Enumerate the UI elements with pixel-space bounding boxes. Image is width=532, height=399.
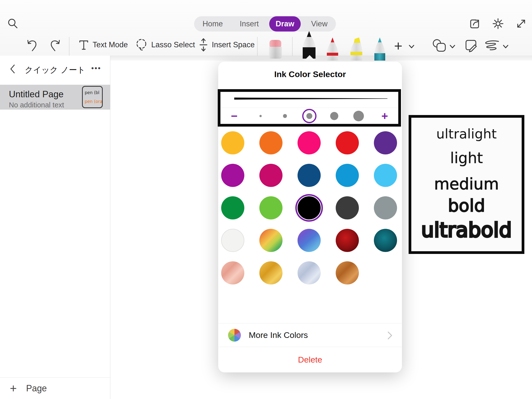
page-thumbnail: pen (bl pen (ora [82,86,103,108]
add-pen-chevron-down-icon[interactable] [408,44,415,49]
color-swatch-red-lava[interactable] [336,229,359,252]
thumbnail-ink-line-orange: pen (ora [85,97,102,106]
handwriting-sample-light: light [411,149,522,166]
divider [221,108,398,108]
undo-icon[interactable] [26,38,39,53]
stroke-preview [234,96,387,101]
color-swatch-raspberry[interactable] [259,164,283,187]
text-mode-label: Text Mode [93,40,128,49]
color-swatch-violet[interactable] [221,164,244,187]
text-mode-icon [78,39,89,51]
handwriting-sample-ultrabold: ultrabold [411,218,522,242]
color-swatch-black[interactable] [298,196,321,219]
thumbnail-ink-line-black: pen (bl [85,88,102,97]
handwriting-sample-bold: bold [411,196,522,216]
toolbar-divider [69,37,69,56]
color-swatch-ocean-teal[interactable] [374,229,397,252]
color-swatch-lime-green[interactable] [259,196,283,219]
add-pen-button[interactable]: + [394,37,402,54]
more-ink-colors-button[interactable]: More Ink Colors [218,323,402,347]
insert-space-icon [199,38,208,52]
color-swatch-amber[interactable] [221,131,244,154]
color-swatch-pink[interactable] [298,131,321,154]
handwriting-sample-ultralight: ultralight [411,126,522,142]
shapes-chevron-down-icon[interactable] [449,44,456,49]
add-page-button[interactable]: + Page [0,377,110,399]
thickness-dot-1[interactable] [260,115,262,117]
color-swatch-rose-gold[interactable] [221,261,244,284]
thickness-decrease-button[interactable]: − [231,110,238,122]
color-swatch-green[interactable] [221,196,244,219]
lasso-select-label: Lasso Select [151,40,195,49]
shapes-icon[interactable] [432,38,447,53]
page-title: Untitled Page [9,89,64,100]
thickness-selector-annotation-box: −+ [218,89,401,127]
pen-teal-tool[interactable] [371,37,388,61]
tab-home[interactable]: Home [196,16,229,32]
text-mode-button[interactable]: Text Mode [78,37,128,53]
more-ink-colors-label: More Ink Colors [249,330,308,340]
pen-red-tool[interactable] [324,37,341,61]
color-swatch-gold[interactable] [259,261,283,284]
color-swatch-gray[interactable] [374,196,397,219]
highlighter-yellow-tool[interactable] [347,37,366,61]
color-swatch-silver[interactable] [298,261,321,284]
color-swatch-grid [221,131,397,284]
color-swatch-rainbow-glitter[interactable] [259,229,283,252]
handwriting-sample-medium: medium [411,175,522,193]
tab-insert[interactable]: Insert [233,16,265,32]
thickness-row: −+ [220,108,398,124]
color-swatch-purple[interactable] [374,131,397,154]
section-menu-button[interactable]: ••• [91,64,101,72]
plus-icon: + [10,382,17,394]
add-page-label: Page [26,383,47,394]
tab-draw[interactable]: Draw [269,16,301,32]
lasso-select-button[interactable]: Lasso Select [135,37,195,53]
color-swatch-galaxy[interactable] [298,229,321,252]
color-swatch-bronze[interactable] [336,261,359,284]
eraser-tool[interactable] [267,39,283,61]
redo-icon[interactable] [48,38,62,53]
scribble-icon[interactable] [483,39,500,52]
toolbar-divider [257,37,258,56]
delete-pen-button[interactable]: Delete [218,347,402,372]
popup-title: Ink Color Selector [218,69,402,79]
lasso-icon [135,38,148,52]
thickness-dot-2[interactable] [283,114,287,118]
color-wheel-icon [228,329,241,342]
page-list-item-selected[interactable]: Untitled Page No additional text pen (bl… [0,85,110,110]
thickness-dot-3-selected[interactable] [306,113,312,119]
delete-label: Delete [298,355,322,365]
search-icon[interactable] [7,18,19,30]
color-swatch-dark-gray[interactable] [336,196,359,219]
thickness-dot-5[interactable] [353,111,364,121]
color-swatch-white[interactable] [221,229,244,252]
scribble-chevron-down-icon[interactable] [502,44,509,49]
insert-space-label: Insert Space [212,40,255,49]
share-icon[interactable] [468,18,481,30]
thickness-increase-button[interactable]: + [382,110,388,122]
ink-note-icon[interactable] [464,38,478,53]
thickness-dot-4[interactable] [330,112,338,120]
color-swatch-cerulean-blue[interactable] [336,164,359,187]
toolbar-divider [292,37,293,56]
fullscreen-icon[interactable] [515,18,527,30]
color-swatch-sky-blue[interactable] [374,164,397,187]
ribbon-tabbar: HomeInsertDrawView [194,16,336,32]
toolbar: HomeInsertDrawView [0,0,532,56]
ink-weight-sample-panel: ultralightlightmediumboldultrabold [409,115,524,254]
app-window: HomeInsertDrawView [0,0,532,399]
tab-view[interactable]: View [305,16,334,32]
page-sidebar: クイック ノート ••• Untitled Page No additional… [0,56,110,399]
settings-gear-icon[interactable] [492,17,504,30]
color-swatch-red[interactable] [336,131,359,154]
insert-space-button[interactable]: Insert Space [199,37,255,53]
chevron-right-icon [387,331,393,340]
color-swatch-navy-blue[interactable] [298,164,321,187]
page-subtitle: No additional text [9,101,64,109]
color-swatch-orange[interactable] [259,131,283,154]
